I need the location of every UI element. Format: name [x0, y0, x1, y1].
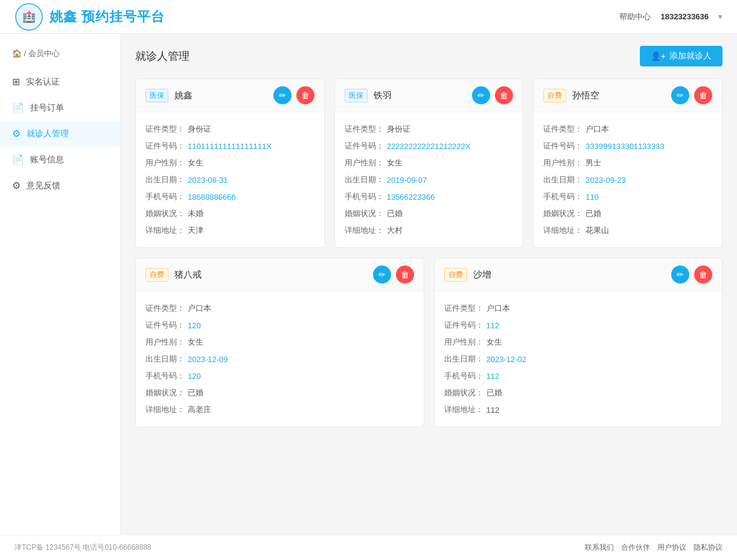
field-value: 13566223366 — [387, 192, 435, 202]
header-right: 帮助中心 18323233636 ▾ — [619, 11, 723, 22]
field-value: 已婚 — [387, 208, 403, 219]
card-actions: ✏ 🗑 — [373, 266, 414, 284]
field-label: 详细地址： — [543, 225, 585, 236]
card-field: 手机号码： 18688886666 — [145, 188, 314, 205]
field-label: 出生日期： — [345, 174, 387, 185]
field-label: 手机号码： — [444, 371, 487, 381]
patient-name: 孙悟空 — [572, 90, 599, 101]
card-field: 详细地址： 高老庄 — [145, 401, 414, 418]
field-value: 身份证 — [188, 124, 211, 135]
help-link[interactable]: 帮助中心 — [619, 11, 651, 22]
footer-link[interactable]: 用户协议 — [657, 542, 686, 553]
sidebar-item-label: 挂号订单 — [30, 103, 64, 113]
sidebar-item-feedback[interactable]: ⚙ 意见反馈 — [0, 173, 120, 199]
field-label: 详细地址： — [145, 225, 188, 236]
edit-button[interactable]: ✏ — [273, 86, 292, 104]
field-label: 详细地址： — [345, 225, 387, 236]
footer-link[interactable]: 合作伙伴 — [621, 542, 650, 553]
card-body: 证件类型： 户口本 证件号码： 120 用户性别： 女生 出生日期： 2023-… — [136, 291, 424, 427]
card-field: 婚姻状况： 已婚 — [345, 205, 514, 222]
svg-text:🏥: 🏥 — [22, 10, 36, 24]
edit-button[interactable]: ✏ — [472, 86, 490, 104]
sidebar-item-realname[interactable]: ⊞ 实名认证 — [0, 69, 120, 95]
field-value: 身份证 — [387, 124, 410, 135]
footer-link[interactable]: 隐私协议 — [694, 542, 723, 553]
grid-icon: ⊞ — [12, 76, 20, 88]
card-field: 婚姻状况： 已婚 — [145, 384, 414, 401]
document2-icon: 📄 — [12, 154, 24, 165]
card-body: 证件类型： 身份证 证件号码： 222222222221212222X 用户性别… — [335, 112, 523, 247]
field-value: 户口本 — [487, 303, 510, 314]
card-header: 自费 孙悟空 ✏ 🗑 — [534, 79, 722, 112]
edit-button[interactable]: ✏ — [671, 266, 689, 284]
field-value: 女生 — [188, 337, 203, 348]
field-value: 大村 — [387, 225, 403, 236]
field-value: 112 — [487, 406, 500, 415]
field-label: 手机号码： — [145, 191, 188, 202]
field-label: 证件类型： — [345, 124, 387, 135]
field-value: 110 — [585, 192, 599, 202]
field-value: 女生 — [188, 158, 203, 168]
patient-card: 自费 猪八戒 ✏ 🗑 证件类型： 户口本 证件号码： 120 用户性别： 女生 … — [135, 258, 424, 427]
breadcrumb: 🏠 / 会员中心 — [0, 43, 120, 69]
card-body: 证件类型： 户口本 证件号码： 333999133301133333 用户性别：… — [534, 112, 722, 247]
field-label: 出生日期： — [543, 174, 585, 185]
field-value: 222222222221212222X — [387, 142, 471, 151]
card-field: 出生日期： 2023-09-23 — [543, 171, 712, 188]
field-label: 出生日期： — [444, 354, 487, 364]
field-label: 证件号码： — [345, 141, 387, 151]
delete-button[interactable]: 🗑 — [694, 86, 712, 104]
footer-link[interactable]: 联系我们 — [585, 542, 614, 553]
edit-button[interactable]: ✏ — [373, 266, 391, 284]
card-header: 医保 姚鑫 ✏ 🗑 — [136, 79, 324, 112]
delete-button[interactable]: 🗑 — [296, 86, 314, 104]
delete-button[interactable]: 🗑 — [396, 266, 414, 284]
card-field: 证件类型： 户口本 — [543, 121, 712, 138]
sidebar-item-patients[interactable]: ⚙ 就诊人管理 — [0, 121, 120, 147]
card-header-left: 自费 猪八戒 — [145, 268, 202, 282]
patient-name: 铁羽 — [374, 90, 392, 101]
header: 🏥 姚鑫 预约挂号平台 帮助中心 18323233636 ▾ — [0, 0, 737, 34]
field-label: 详细地址： — [444, 404, 487, 415]
card-field: 用户性别： 女生 — [145, 154, 314, 171]
field-value: 110111111111111111X — [188, 142, 272, 151]
card-field: 证件类型： 身份证 — [345, 121, 514, 138]
footer-icp: 津TCP备 1234567号 电话号010-66668888 — [14, 542, 152, 553]
patient-card: 自费 沙增 ✏ 🗑 证件类型： 户口本 证件号码： 112 用户性别： 女生 出… — [434, 258, 723, 427]
field-label: 用户性别： — [145, 158, 188, 168]
add-patient-button[interactable]: 👤+ 添加就诊人 — [640, 46, 723, 66]
card-actions: ✏ 🗑 — [671, 266, 712, 284]
field-value: 2023-09-23 — [585, 176, 626, 185]
card-field: 婚姻状况： 未婚 — [145, 205, 314, 222]
card-field: 证件号码： 120 — [145, 317, 414, 334]
footer-links: 联系我们合作伙伴用户协议隐私协议 — [585, 542, 723, 553]
delete-button[interactable]: 🗑 — [495, 86, 513, 104]
card-field: 出生日期： 2023-12-09 — [145, 351, 414, 368]
delete-button[interactable]: 🗑 — [694, 266, 712, 284]
patient-name: 姚鑫 — [174, 90, 193, 101]
card-actions: ✏ 🗑 — [472, 86, 513, 104]
field-label: 用户性别： — [444, 337, 487, 348]
field-value: 120 — [188, 321, 201, 330]
user-plus-icon: 👤+ — [651, 51, 666, 61]
field-value: 女生 — [487, 337, 502, 348]
main-layout: 🏠 / 会员中心 ⊞ 实名认证 📄 挂号订单 ⚙ 就诊人管理 📄 账号信息 ⚙ … — [0, 34, 737, 535]
card-field: 证件类型： 身份证 — [145, 121, 314, 138]
field-label: 证件类型： — [145, 303, 188, 314]
field-value: 112 — [487, 321, 500, 330]
logo-icon: 🏥 — [14, 2, 43, 31]
card-actions: ✏ 🗑 — [273, 86, 314, 104]
sidebar-item-orders[interactable]: 📄 挂号订单 — [0, 95, 120, 121]
card-field: 证件号码： 333999133301133333 — [543, 138, 712, 154]
sidebar-item-account[interactable]: 📄 账号信息 — [0, 147, 120, 173]
insurance-badge: 医保 — [145, 89, 168, 103]
document-icon: 📄 — [12, 102, 24, 113]
edit-button[interactable]: ✏ — [671, 86, 689, 104]
card-field: 详细地址： 大村 — [345, 222, 514, 239]
field-value: 高老庄 — [188, 404, 211, 415]
field-value: 花果山 — [585, 225, 609, 236]
patient-card: 医保 姚鑫 ✏ 🗑 证件类型： 身份证 证件号码： 11011111111111… — [135, 78, 325, 248]
field-label: 出生日期： — [145, 354, 188, 364]
site-title: 姚鑫 预约挂号平台 — [49, 8, 165, 26]
field-value: 120 — [188, 372, 201, 381]
